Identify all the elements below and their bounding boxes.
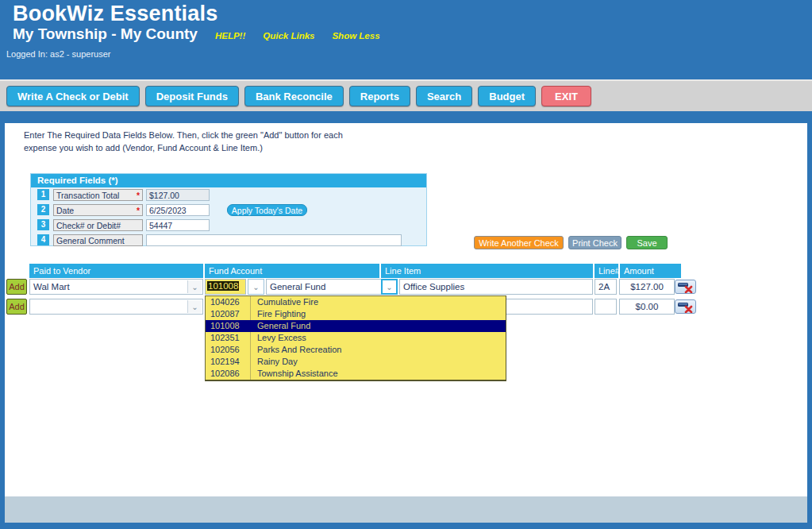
add-expense-button-row2[interactable]: Add (6, 299, 27, 315)
content-panel: Enter The Required Data Fields Below. Th… (5, 123, 807, 496)
nav-button-exit[interactable]: EXIT (541, 86, 591, 106)
chevron-down-icon: ⌄ (386, 283, 392, 292)
fund-option[interactable]: 102086 Township Assistance (206, 368, 506, 380)
fund-option-code: 102086 (206, 368, 251, 380)
required-fields-title: Required Fields (*) (31, 174, 426, 187)
fund-name-input-row1[interactable] (266, 279, 382, 295)
subtitle-row: My Township - My County HELP!! Quick Lin… (13, 25, 380, 43)
fund-option[interactable]: 102056 Parks And Recreation (206, 344, 506, 356)
line-item-input-row1[interactable] (399, 279, 593, 295)
amount-input-row2[interactable] (619, 299, 675, 315)
fund-option-code: 102056 (206, 344, 251, 356)
fund-option-code: 101008 (206, 320, 251, 332)
apply-todays-date-button[interactable]: Apply Today's Date (227, 204, 307, 216)
quick-links-link[interactable]: Quick Links (263, 31, 314, 41)
app-header: BookWiz Essentials My Township - My Coun… (0, 0, 812, 79)
fund-option-code: 102194 (206, 356, 251, 368)
row-number-badge: 3 (37, 219, 49, 230)
general-comment-input[interactable] (146, 234, 402, 246)
fund-option-name: Rainy Day (251, 356, 298, 368)
main-navbar: Write A Check or Debit Deposit Funds Ban… (0, 79, 812, 111)
fund-code-input-row1[interactable]: 101008 (205, 279, 246, 295)
fund-option-code: 102351 (206, 332, 251, 344)
line-item-dropdown-button-row1[interactable]: ⌄ (381, 279, 398, 295)
nav-button-deposit-funds[interactable]: Deposit Funds (145, 86, 239, 106)
column-header-fund-account: Fund Account (205, 264, 379, 278)
chevron-down-icon: ⌄ (252, 283, 259, 292)
fund-option-name: Fire Fighting (251, 308, 306, 320)
fund-option[interactable]: 104026 Cumulative Fire (206, 296, 506, 308)
vendor-select-row1[interactable]: Wal Mart ⌄ (29, 279, 203, 295)
general-comment-label: General Comment (53, 234, 143, 246)
instructions-text: Enter The Required Data Fields Below. Th… (24, 129, 343, 155)
field-label-text: Check# or Debit# (56, 221, 121, 230)
delete-line-icon (675, 300, 695, 313)
required-field-row-transaction-total: 1 Transaction Total * (31, 188, 426, 203)
fund-option[interactable]: 102194 Rainy Day (206, 356, 506, 368)
check-number-input[interactable] (146, 219, 210, 231)
field-label-text: Transaction Total (56, 191, 119, 200)
app-title: BookWiz Essentials (13, 2, 217, 26)
column-header-paid-to-vendor: Paid to Vendor (29, 264, 203, 278)
fund-dropdown-button-row1[interactable]: ⌄ (248, 279, 264, 295)
line-number-input-row1[interactable] (595, 279, 617, 295)
transaction-total-input[interactable] (146, 189, 210, 201)
row-number-badge: 4 (37, 234, 49, 245)
instructions-line-2: expense you wish to add (Vendor, Fund Ac… (24, 143, 263, 153)
column-header-line-item: Line Item (381, 264, 593, 278)
row-number-badge: 1 (37, 189, 49, 200)
line-number-input-row2[interactable] (595, 299, 617, 315)
chevron-down-icon: ⌄ (187, 280, 202, 293)
help-link[interactable]: HELP!! (215, 31, 245, 41)
print-check-button[interactable]: Print Check (568, 236, 622, 249)
fund-option-code: 104026 (206, 296, 251, 308)
selected-text: 101008 (207, 281, 239, 291)
footer-bar (5, 496, 807, 523)
vendor-select-value: Wal Mart (33, 282, 70, 292)
required-field-row-general-comment: 4 General Comment (31, 234, 426, 248)
write-another-check-button[interactable]: Write Another Check (474, 236, 564, 249)
amount-input-row1[interactable] (619, 279, 675, 295)
date-label: Date * (53, 204, 143, 216)
delete-line-icon (675, 280, 695, 293)
chevron-down-icon: ⌄ (187, 300, 202, 313)
delete-line-button-row1[interactable] (675, 280, 696, 294)
required-field-row-check-number: 3 Check# or Debit# (31, 218, 426, 233)
save-button[interactable]: Save (626, 236, 668, 249)
fund-account-dropdown-list: 104026 Cumulative Fire 102087 Fire Fight… (205, 295, 506, 381)
delete-line-button-row2[interactable] (675, 299, 696, 314)
transaction-total-label: Transaction Total * (53, 189, 143, 201)
check-number-label: Check# or Debit# (53, 219, 143, 231)
fund-option-name: Levy Excess (251, 332, 306, 344)
nav-button-bank-reconcile[interactable]: Bank Reconcile (244, 86, 344, 106)
vendor-select-row2[interactable]: ⌄ (29, 299, 203, 315)
logged-in-text: Logged In: as2 - superuser (6, 49, 110, 59)
required-asterisk: * (137, 206, 140, 215)
nav-button-reports[interactable]: Reports (349, 86, 410, 106)
entity-subtitle: My Township - My County (13, 25, 198, 43)
column-header-amount: Amount (620, 264, 681, 278)
field-label-text: General Comment (56, 236, 125, 245)
required-asterisk: * (137, 191, 140, 200)
fund-option[interactable]: 102087 Fire Fighting (206, 308, 506, 320)
fund-option[interactable]: 102351 Levy Excess (206, 332, 506, 344)
field-label-text: Date (56, 206, 74, 215)
row-number-badge: 2 (37, 204, 49, 215)
add-expense-button-row1[interactable]: Add (6, 279, 27, 295)
nav-button-search[interactable]: Search (416, 86, 472, 106)
required-field-row-date: 2 Date * Apply Today's Date (31, 203, 426, 218)
show-less-link[interactable]: Show Less (332, 31, 379, 41)
fund-option-code: 102087 (206, 308, 251, 320)
fund-option-name: General Fund (251, 320, 310, 332)
column-header-line-number: Line# (595, 264, 618, 278)
nav-button-write-check[interactable]: Write A Check or Debit (6, 86, 140, 106)
fund-option-name: Township Assistance (251, 368, 338, 380)
nav-button-budget[interactable]: Budget (478, 86, 536, 106)
required-fields-panel: Required Fields (*) 1 Transaction Total … (30, 173, 427, 246)
fund-option-selected[interactable]: 101008 General Fund (206, 320, 506, 332)
instructions-line-1: Enter The Required Data Fields Below. Th… (24, 130, 343, 140)
bottom-strip (0, 523, 812, 529)
fund-option-name: Parks And Recreation (251, 344, 341, 356)
date-input[interactable] (146, 204, 210, 216)
fund-option-name: Cumulative Fire (251, 296, 318, 308)
